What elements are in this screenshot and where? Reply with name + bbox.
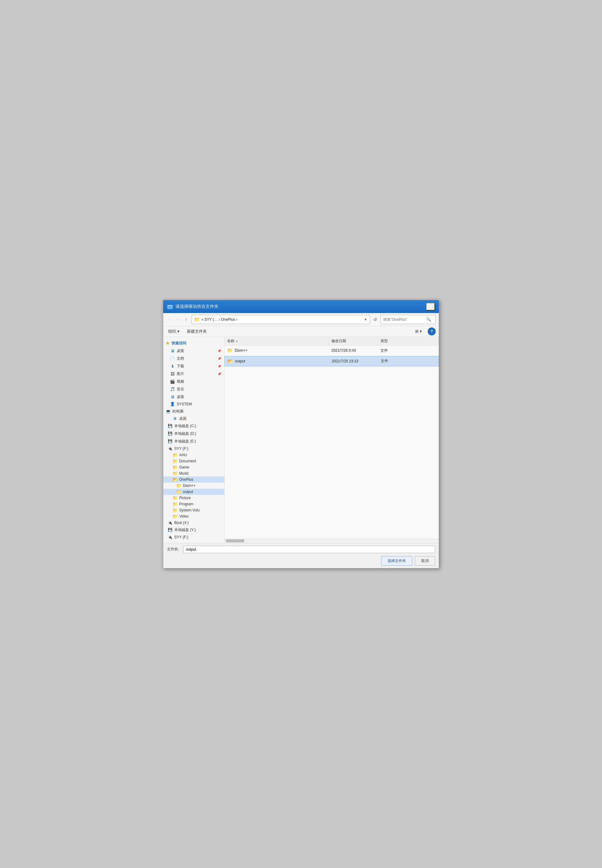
sidebar-label-document-syy: Document bbox=[179, 459, 196, 463]
filename-input[interactable] bbox=[183, 546, 435, 553]
sidebar-item-system[interactable]: 👤 SYSTEM bbox=[163, 401, 224, 407]
sidebar-item-this-pc[interactable]: 💻 此电脑 bbox=[163, 407, 224, 415]
sidebar-item-program[interactable]: 📁 Program bbox=[163, 501, 224, 507]
sidebar-drive-e[interactable]: 💾 本地磁盘 (E:) bbox=[163, 438, 224, 445]
help-button[interactable]: ? bbox=[428, 328, 436, 335]
h-scroll-thumb[interactable] bbox=[226, 539, 244, 542]
drive-syy2-icon: 🔌 bbox=[167, 535, 172, 539]
file-cell-type-0: 文件 bbox=[378, 346, 439, 356]
sidebar-drive-syy2[interactable]: 🔌 SYY (F:) bbox=[163, 534, 224, 540]
sidebar-item-system-volu[interactable]: 📁 System Volu bbox=[163, 507, 224, 513]
svg-rect-1 bbox=[167, 306, 172, 309]
col-name-label: 名称 bbox=[227, 338, 234, 344]
document-icon: 📄 bbox=[170, 356, 175, 361]
sidebar-drive-d[interactable]: 💾 本地磁盘 (D:) bbox=[163, 430, 224, 438]
sidebar-drive-boot[interactable]: 🔌 Boot (X:) bbox=[163, 519, 224, 526]
file-date-1: 2021/7/25 23:13 bbox=[332, 359, 358, 363]
sidebar-label-oneplus: OnePlus bbox=[179, 478, 193, 482]
table-row[interactable]: 📁 Dism++ 2021/7/26 0:43 文件 bbox=[224, 346, 439, 356]
select-folder-button[interactable]: 选择文件夹 bbox=[381, 556, 412, 566]
refresh-button[interactable]: ↺ bbox=[372, 317, 379, 323]
sidebar-item-download[interactable]: ⬇ 下载 📌 bbox=[163, 363, 224, 370]
this-pc-icon: 💻 bbox=[166, 409, 170, 413]
sidebar-item-ahu[interactable]: 📁 AHU bbox=[163, 452, 224, 458]
sidebar-label-video-syy: Video bbox=[179, 514, 188, 519]
file-cell-type-1: 文件 bbox=[378, 356, 438, 366]
new-folder-button[interactable]: 新建文件夹 bbox=[185, 328, 209, 335]
col-header-date[interactable]: 修改日期 bbox=[329, 337, 378, 345]
cancel-button[interactable]: 取消 bbox=[415, 556, 435, 566]
sidebar-item-output[interactable]: 📁 output bbox=[163, 489, 224, 495]
folder-document-icon: 📁 bbox=[172, 459, 177, 463]
drive-syy-icon: 🔌 bbox=[167, 446, 172, 451]
folder-oneplus-icon: 📂 bbox=[172, 478, 177, 482]
sidebar-item-document[interactable]: 📄 文档 📌 bbox=[163, 355, 224, 363]
search-input[interactable] bbox=[383, 317, 426, 321]
music-icon: 🎵 bbox=[170, 387, 175, 391]
pin-icon: 📌 bbox=[218, 349, 221, 353]
col-header-type[interactable]: 类型 bbox=[378, 337, 439, 345]
col-type-label: 类型 bbox=[381, 338, 388, 344]
sidebar-item-music-syy[interactable]: 📁 Music bbox=[163, 470, 224, 476]
organize-button[interactable]: 组织 ▾ bbox=[166, 328, 181, 335]
folder-row-icon-1: 📂 bbox=[227, 358, 233, 364]
pin-icon-doc: 📌 bbox=[218, 357, 221, 360]
file-name-0: Dism++ bbox=[235, 348, 247, 353]
up-button[interactable]: ↑ bbox=[183, 315, 190, 323]
sidebar-item-video-syy[interactable]: 📁 Video bbox=[163, 513, 224, 519]
file-list-header: 名称 ∧ 修改日期 类型 bbox=[224, 337, 439, 346]
sidebar-drive-y[interactable]: 💾 本地磁盘 (Y:) bbox=[163, 526, 224, 534]
sidebar-label-output: output bbox=[183, 490, 193, 494]
table-row[interactable]: 📂 output 2021/7/25 23:13 文件 bbox=[224, 356, 439, 366]
sidebar-item-oneplus[interactable]: 📂 OnePlus bbox=[163, 476, 224, 482]
sidebar-drive-syy[interactable]: 🔌 SYY (F:) bbox=[163, 445, 224, 452]
sidebar-label-drive-syy2: SYY (F:) bbox=[174, 535, 188, 539]
sidebar-label-drive-d: 本地磁盘 (D:) bbox=[174, 431, 196, 436]
sidebar-label-system: SYSTEM bbox=[177, 402, 192, 406]
close-button[interactable]: × bbox=[426, 303, 435, 311]
desktop-icon: 🖥 bbox=[170, 349, 175, 353]
sidebar-item-desktop-qa[interactable]: 🖥 桌面 📌 bbox=[163, 347, 224, 355]
sort-arrow-icon: ∧ bbox=[236, 340, 238, 343]
bottom-bar: 文件夹: 选择文件夹 取消 bbox=[163, 543, 439, 568]
drive-y-icon: 💾 bbox=[167, 528, 172, 532]
folder-row-icon-0: 📁 bbox=[227, 348, 233, 353]
picture-icon: 🖼 bbox=[170, 372, 175, 376]
file-date-0: 2021/7/26 0:43 bbox=[332, 348, 356, 353]
title-bar: 请选择驱动所在文件夹 × bbox=[163, 300, 439, 313]
back-button[interactable]: ‹ bbox=[166, 315, 173, 323]
quick-access-header[interactable]: ★ 快速访问 bbox=[163, 340, 224, 347]
sidebar-label-drive-y: 本地磁盘 (Y:) bbox=[174, 527, 196, 533]
file-type-0: 文件 bbox=[381, 348, 388, 353]
folder-icon: 📁 bbox=[194, 317, 200, 322]
system-icon: 👤 bbox=[170, 402, 175, 406]
sidebar-item-this-pc-desktop[interactable]: 🖥 桌面 bbox=[163, 415, 224, 422]
sidebar-item-music[interactable]: 🎵 音乐 bbox=[163, 386, 224, 393]
title-text: 请选择驱动所在文件夹 bbox=[175, 304, 426, 309]
view-button[interactable]: ⊞ ▾ bbox=[413, 328, 424, 335]
sidebar-item-video[interactable]: 🎬 视频 bbox=[163, 378, 224, 386]
horizontal-scrollbar[interactable] bbox=[224, 539, 439, 543]
sidebar-label-picture-syy: Picture bbox=[179, 496, 190, 500]
sidebar-item-picture-syy[interactable]: 📁 Picture bbox=[163, 495, 224, 501]
folder-dismpp-icon: 📁 bbox=[176, 484, 181, 488]
sidebar-item-dismpp[interactable]: 📁 Dism++ bbox=[163, 482, 224, 489]
forward-button[interactable]: › bbox=[175, 315, 181, 323]
sidebar-item-game[interactable]: 📁 Game bbox=[163, 464, 224, 470]
folder-picture-icon: 📁 bbox=[172, 496, 177, 500]
desktop-main-icon: 🖥 bbox=[170, 395, 175, 399]
file-type-1: 文件 bbox=[381, 358, 388, 364]
sidebar-drive-c[interactable]: 💾 本地磁盘 (C:) bbox=[163, 422, 224, 430]
pin-icon-dl: 📌 bbox=[218, 364, 221, 368]
sidebar-item-picture[interactable]: 🖼 图片 📌 bbox=[163, 370, 224, 378]
sidebar-item-desktop-main[interactable]: 🖥 桌面 bbox=[163, 393, 224, 401]
sidebar-label-game: Game bbox=[179, 465, 189, 469]
sidebar-label-desktop-main: 桌面 bbox=[177, 394, 184, 400]
col-header-name[interactable]: 名称 ∧ bbox=[224, 337, 329, 345]
folder-system-volu-icon: 📁 bbox=[172, 508, 177, 512]
sidebar-label-music-syy: Music bbox=[179, 471, 189, 476]
address-bar[interactable]: 📁 « SYY (… › OnePlus › ▼ bbox=[192, 315, 370, 324]
sidebar-label-desktop: 桌面 bbox=[177, 348, 184, 354]
sidebar-item-document-syy[interactable]: 📁 Document bbox=[163, 458, 224, 464]
sidebar-label-ahu: AHU bbox=[179, 453, 187, 457]
